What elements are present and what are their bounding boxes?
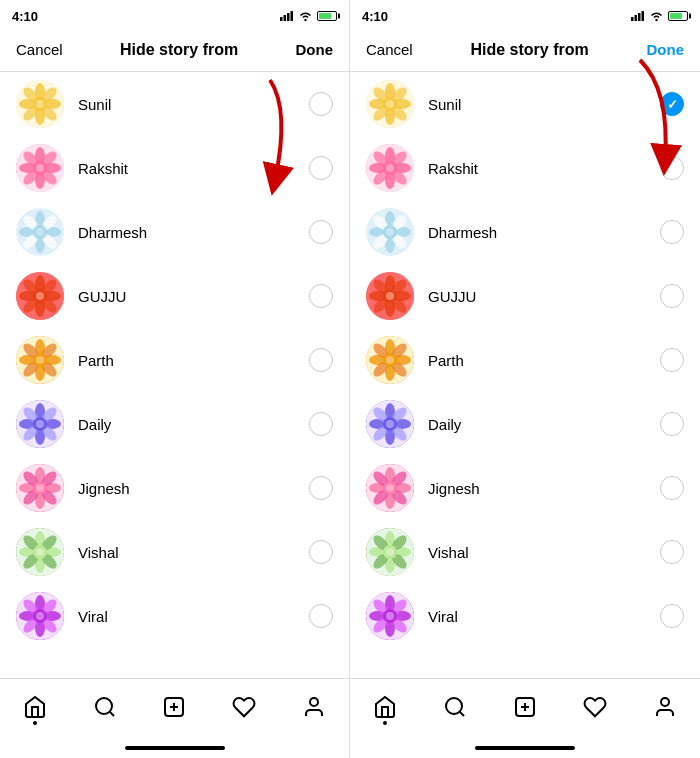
- contact-item-8[interactable]: Viral: [350, 584, 700, 648]
- contact-name-2: Dharmesh: [428, 224, 660, 241]
- checkbox-2[interactable]: [660, 220, 684, 244]
- contact-list-left: Sunil Rakshit Dharmesh GUJJU: [0, 72, 349, 678]
- avatar-flower-3: [16, 208, 64, 256]
- checkbox-5[interactable]: [309, 412, 333, 436]
- avatar-flower-4: [16, 272, 64, 320]
- avatar-flower-8: [16, 528, 64, 576]
- left-panel: 4:10 Cancel Hide story from Done: [0, 0, 350, 758]
- svg-point-169: [386, 356, 394, 364]
- contact-item-3[interactable]: GUJJU: [0, 264, 349, 328]
- done-button-left[interactable]: Done: [295, 41, 333, 58]
- svg-point-15: [36, 100, 44, 108]
- svg-point-81: [36, 484, 44, 492]
- contact-item-0[interactable]: Sunil: [0, 72, 349, 136]
- checkbox-7[interactable]: [309, 540, 333, 564]
- avatar-flower-6: [16, 400, 64, 448]
- avatar-flower-7: [366, 464, 414, 512]
- svg-point-103: [36, 612, 44, 620]
- nav-title-right: Hide story from: [470, 41, 588, 59]
- svg-point-37: [36, 228, 44, 236]
- svg-line-215: [460, 711, 464, 715]
- checkbox-2[interactable]: [309, 220, 333, 244]
- contact-name-8: Viral: [78, 608, 309, 625]
- checkbox-7[interactable]: [660, 540, 684, 564]
- contact-item-2[interactable]: Dharmesh: [0, 200, 349, 264]
- status-time-right: 4:10: [362, 9, 388, 24]
- avatar-flower-9: [16, 592, 64, 640]
- wifi-icon-right: [649, 11, 664, 22]
- nav-add-right[interactable]: [513, 695, 537, 719]
- nav-title-left: Hide story from: [120, 41, 238, 59]
- nav-heart-right[interactable]: [583, 695, 607, 719]
- checkbox-8[interactable]: [309, 604, 333, 628]
- contact-item-6[interactable]: Jignesh: [350, 456, 700, 520]
- contact-name-7: Vishal: [78, 544, 309, 561]
- nav-search-right[interactable]: [443, 695, 467, 719]
- checkbox-4[interactable]: [660, 348, 684, 372]
- contact-item-3[interactable]: GUJJU: [350, 264, 700, 328]
- checkbox-3[interactable]: [309, 284, 333, 308]
- cancel-button-left[interactable]: Cancel: [16, 41, 63, 58]
- contact-name-1: Rakshit: [428, 160, 660, 177]
- contact-item-7[interactable]: Vishal: [350, 520, 700, 584]
- checkbox-4[interactable]: [309, 348, 333, 372]
- contact-item-1[interactable]: Rakshit: [350, 136, 700, 200]
- avatar-flower-6: [366, 400, 414, 448]
- nav-profile-left[interactable]: [302, 695, 326, 719]
- svg-point-213: [386, 612, 394, 620]
- checkbox-6[interactable]: [309, 476, 333, 500]
- avatar-flower-5: [366, 336, 414, 384]
- svg-point-92: [36, 548, 44, 556]
- contact-name-5: Daily: [78, 416, 309, 433]
- checkbox-1[interactable]: [660, 156, 684, 180]
- checkbox-1[interactable]: [309, 156, 333, 180]
- nav-profile-right[interactable]: [653, 695, 677, 719]
- nav-heart-left[interactable]: [232, 695, 256, 719]
- nav-home-right[interactable]: [373, 695, 397, 719]
- contact-item-4[interactable]: Parth: [0, 328, 349, 392]
- contact-item-0[interactable]: Sunil: [350, 72, 700, 136]
- contact-item-4[interactable]: Parth: [350, 328, 700, 392]
- avatar-flower-9: [366, 592, 414, 640]
- svg-point-59: [36, 356, 44, 364]
- contact-item-6[interactable]: Jignesh: [0, 456, 349, 520]
- contact-name-0: Sunil: [78, 96, 309, 113]
- avatar-flower-7: [16, 464, 64, 512]
- contact-item-2[interactable]: Dharmesh: [350, 200, 700, 264]
- svg-point-48: [36, 292, 44, 300]
- bottom-nav-right: [350, 678, 700, 738]
- nav-add-left[interactable]: [162, 695, 186, 719]
- avatar-flower-5: [16, 336, 64, 384]
- avatar-flower-2: [366, 144, 414, 192]
- cancel-button-right[interactable]: Cancel: [366, 41, 413, 58]
- contact-name-4: Parth: [428, 352, 660, 369]
- avatar-flower-1: [366, 80, 414, 128]
- checkbox-3[interactable]: [660, 284, 684, 308]
- contact-item-5[interactable]: Daily: [0, 392, 349, 456]
- svg-point-214: [446, 698, 462, 714]
- svg-point-125: [386, 100, 394, 108]
- checkbox-5[interactable]: [660, 412, 684, 436]
- contact-item-7[interactable]: Vishal: [0, 520, 349, 584]
- nav-home-left[interactable]: [23, 695, 47, 719]
- contact-name-4: Parth: [78, 352, 309, 369]
- contact-name-7: Vishal: [428, 544, 660, 561]
- svg-point-26: [36, 164, 44, 172]
- svg-point-219: [661, 698, 669, 706]
- home-indicator-left: [0, 738, 349, 758]
- contact-item-5[interactable]: Daily: [350, 392, 700, 456]
- checkbox-8[interactable]: [660, 604, 684, 628]
- avatar-flower-2: [16, 144, 64, 192]
- contact-item-8[interactable]: Viral: [0, 584, 349, 648]
- top-nav-right: Cancel Hide story from Done: [350, 28, 700, 72]
- right-panel: 4:10 Cancel Hide story from Done: [350, 0, 700, 758]
- svg-point-4: [304, 18, 306, 20]
- contact-item-1[interactable]: Rakshit: [0, 136, 349, 200]
- checkbox-0[interactable]: [309, 92, 333, 116]
- nav-search-left[interactable]: [93, 695, 117, 719]
- checkbox-6[interactable]: [660, 476, 684, 500]
- done-button-right[interactable]: Done: [646, 41, 684, 58]
- avatar-flower-1: [16, 80, 64, 128]
- battery-icon-right: [668, 11, 688, 21]
- checkbox-0[interactable]: [660, 92, 684, 116]
